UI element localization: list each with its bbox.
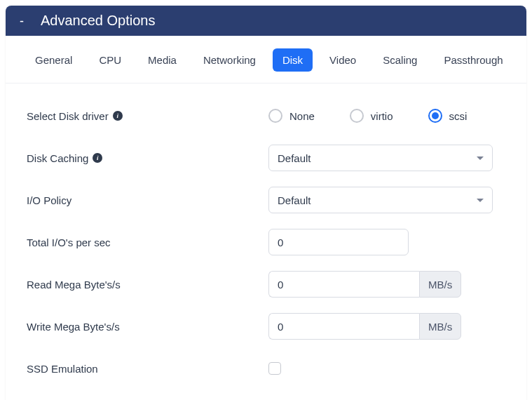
radio-label: scsi xyxy=(449,110,468,122)
row-read-mbs: Read Mega Byte's/s MB/s xyxy=(27,269,505,300)
unit-suffix: MB/s xyxy=(419,271,461,298)
tab-disk[interactable]: Disk xyxy=(273,48,313,72)
tab-video[interactable]: Video xyxy=(320,48,366,72)
radio-dot-icon xyxy=(432,112,439,119)
total-iops-label: Total I/O's per sec xyxy=(27,236,111,248)
control-col xyxy=(268,229,505,255)
disk-caching-label: Disk Caching xyxy=(27,152,88,164)
advanced-options-panel: - Advanced Options General CPU Media Net… xyxy=(6,6,526,400)
row-io-policy: I/O Policy Default xyxy=(27,185,505,215)
read-mbs-group: MB/s xyxy=(268,271,409,298)
label-col: Read Mega Byte's/s xyxy=(27,279,268,291)
row-disk-caching: Disk Caching i Default xyxy=(27,142,505,173)
radio-virtio[interactable]: virtio xyxy=(350,109,393,123)
tab-scaling[interactable]: Scaling xyxy=(373,48,427,72)
tab-general[interactable]: General xyxy=(25,48,82,72)
control-col: MB/s xyxy=(268,313,505,340)
row-ssd-emulation: SSD Emulation xyxy=(27,353,505,384)
control-col xyxy=(268,362,505,375)
row-total-iops: Total I/O's per sec xyxy=(27,227,505,258)
control-col: MB/s xyxy=(268,271,505,298)
label-col: Total I/O's per sec xyxy=(27,236,268,248)
label-col: Disk Caching i xyxy=(27,152,268,164)
control-col: Default xyxy=(268,145,505,171)
chevron-down-icon xyxy=(477,156,484,160)
panel-title: Advanced Options xyxy=(41,13,155,29)
control-col: Default xyxy=(268,187,505,213)
total-iops-input[interactable] xyxy=(268,229,409,255)
label-col: Write Mega Byte's/s xyxy=(27,321,268,333)
unit-suffix: MB/s xyxy=(419,313,461,340)
read-mbs-input[interactable] xyxy=(268,271,419,298)
disk-caching-select[interactable]: Default xyxy=(268,145,493,171)
write-mbs-label: Write Mega Byte's/s xyxy=(27,321,120,333)
radio-none[interactable]: None xyxy=(268,109,315,123)
read-mbs-label: Read Mega Byte's/s xyxy=(27,279,121,291)
radio-scsi[interactable]: scsi xyxy=(428,109,468,123)
radio-circle-icon xyxy=(428,109,442,123)
write-mbs-group: MB/s xyxy=(268,313,409,340)
io-policy-label: I/O Policy xyxy=(27,194,71,206)
tabs-bar: General CPU Media Networking Disk Video … xyxy=(6,36,526,84)
panel-header: - Advanced Options xyxy=(6,6,526,36)
chevron-down-icon xyxy=(477,199,484,202)
form-area: Select Disk driver i None virtio xyxy=(6,84,526,384)
write-mbs-input[interactable] xyxy=(268,313,419,340)
info-icon[interactable]: i xyxy=(113,111,123,121)
disk-driver-label: Select Disk driver xyxy=(27,110,109,122)
radio-circle-icon xyxy=(268,109,282,123)
label-col: I/O Policy xyxy=(27,194,268,206)
select-value: Default xyxy=(278,194,311,206)
control-col: None virtio scsi xyxy=(268,109,505,123)
disk-driver-radio-group: None virtio scsi xyxy=(268,109,467,123)
info-icon[interactable]: i xyxy=(93,153,102,163)
collapse-toggle[interactable]: - xyxy=(20,15,24,27)
row-write-mbs: Write Mega Byte's/s MB/s xyxy=(27,311,505,342)
io-policy-select[interactable]: Default xyxy=(268,187,493,213)
ssd-emulation-checkbox[interactable] xyxy=(268,362,281,375)
ssd-emulation-label: SSD Emulation xyxy=(27,363,98,375)
radio-label: virtio xyxy=(371,110,393,122)
row-disk-driver: Select Disk driver i None virtio xyxy=(27,100,505,131)
tab-passthrough[interactable]: Passthrough xyxy=(434,48,512,72)
panel-body: General CPU Media Networking Disk Video … xyxy=(6,36,526,400)
radio-circle-icon xyxy=(350,109,364,123)
tab-media[interactable]: Media xyxy=(138,48,186,72)
select-value: Default xyxy=(278,152,311,164)
tab-networking[interactable]: Networking xyxy=(193,48,266,72)
label-col: Select Disk driver i xyxy=(27,110,268,122)
label-col: SSD Emulation xyxy=(27,363,268,375)
tab-cpu[interactable]: CPU xyxy=(89,48,131,72)
radio-label: None xyxy=(289,110,315,122)
